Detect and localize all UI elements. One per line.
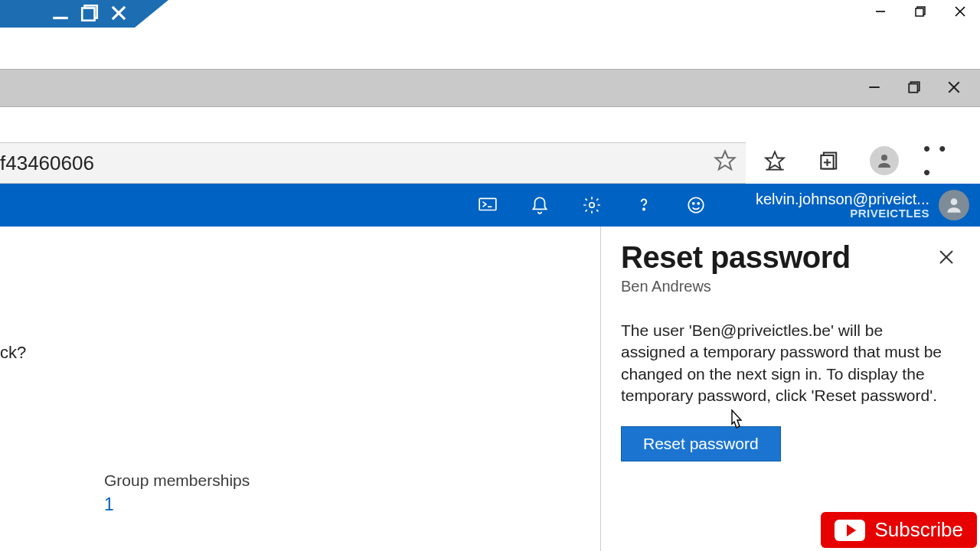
- svg-point-28: [688, 197, 704, 213]
- svg-point-23: [881, 155, 887, 161]
- profile-avatar-icon[interactable]: [870, 146, 899, 175]
- group-memberships-label: Group memberships: [104, 471, 250, 490]
- svg-rect-12: [909, 84, 917, 93]
- truncated-text: ck?: [0, 343, 26, 363]
- titlebar-spacer: [0, 31, 980, 69]
- outer-restore-button[interactable]: [900, 0, 940, 23]
- outer-minimize-button[interactable]: [861, 0, 900, 23]
- window-controls-outer: [861, 0, 980, 23]
- subscribe-button[interactable]: Subscribe: [821, 512, 977, 548]
- browser-chrome-strip: [0, 69, 980, 107]
- user-email: kelvin.johnson@priveict...: [756, 191, 929, 207]
- user-avatar-icon[interactable]: [939, 190, 969, 220]
- inner-restore-button[interactable]: [894, 70, 934, 104]
- svg-rect-2: [82, 8, 94, 21]
- reset-password-button[interactable]: Reset password: [621, 426, 781, 461]
- settings-gear-icon[interactable]: [579, 192, 605, 218]
- tab-close-icon[interactable]: [109, 5, 129, 21]
- subscribe-label: Subscribe: [874, 518, 963, 542]
- svg-point-31: [951, 198, 958, 205]
- svg-point-29: [693, 203, 694, 204]
- address-bar-text: f43460606: [0, 152, 94, 175]
- notifications-icon[interactable]: [527, 192, 553, 218]
- outer-close-button[interactable]: [940, 0, 980, 23]
- panel-title: Reset password: [621, 240, 960, 275]
- group-memberships-block: Group memberships 1: [104, 471, 250, 515]
- panel-close-icon[interactable]: [934, 245, 959, 269]
- svg-point-27: [643, 208, 645, 210]
- favorite-star-icon[interactable]: [714, 149, 737, 178]
- group-memberships-count[interactable]: 1: [104, 494, 250, 515]
- feedback-smile-icon[interactable]: [683, 192, 709, 218]
- azure-header-icons: [475, 192, 709, 218]
- reset-password-panel: Reset password Ben Andrews The user 'Ben…: [600, 227, 980, 551]
- svg-point-30: [697, 203, 699, 204]
- tab-restore-icon[interactable]: [80, 5, 100, 21]
- svg-marker-15: [716, 151, 735, 169]
- svg-rect-7: [916, 8, 923, 16]
- cloud-shell-icon[interactable]: [475, 192, 501, 218]
- favorites-list-icon[interactable]: [760, 145, 790, 176]
- collections-icon[interactable]: [815, 145, 845, 176]
- svg-marker-16: [766, 152, 783, 168]
- browser-toolbar-icons: • • •: [760, 145, 954, 176]
- os-titlebar: [0, 0, 980, 31]
- svg-point-26: [590, 203, 595, 208]
- help-icon[interactable]: [631, 192, 657, 218]
- panel-subtitle: Ben Andrews: [621, 278, 960, 295]
- window-controls-inner: [854, 70, 974, 104]
- inner-close-button[interactable]: [934, 70, 974, 104]
- address-bar[interactable]: f43460606: [0, 142, 746, 184]
- youtube-play-icon: [835, 520, 865, 541]
- azure-user-block[interactable]: kelvin.johnson@priveict... PRIVEICTLES: [756, 190, 969, 220]
- svg-rect-24: [479, 198, 496, 210]
- azure-header: kelvin.johnson@priveict... PRIVEICTLES: [0, 184, 980, 227]
- user-org: PRIVEICTLES: [756, 207, 929, 220]
- panel-description: The user 'Ben@priveictles.be' will be as…: [621, 320, 950, 406]
- more-menu-icon[interactable]: • • •: [923, 145, 954, 176]
- tab-minimize-icon[interactable]: [51, 5, 70, 21]
- inner-minimize-button[interactable]: [854, 70, 894, 104]
